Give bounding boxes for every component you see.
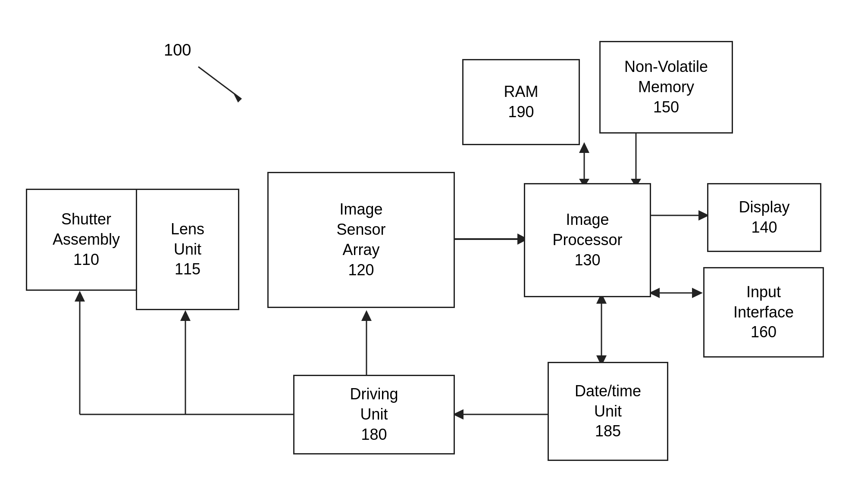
non-volatile-memory-label: Non-VolatileMemory150 — [624, 57, 708, 117]
svg-marker-13 — [579, 142, 589, 153]
ram-block: RAM190 — [462, 59, 580, 145]
driving-unit-block: DrivingUnit180 — [293, 375, 455, 454]
svg-marker-9 — [75, 291, 85, 302]
display-label: Display140 — [739, 197, 789, 238]
svg-marker-1 — [234, 94, 241, 103]
input-interface-block: InputInterface160 — [703, 267, 824, 358]
image-sensor-label: ImageSensorArray120 — [336, 199, 385, 280]
shutter-assembly-block: ShutterAssembly110 — [26, 189, 147, 291]
shutter-assembly-label: ShutterAssembly110 — [53, 209, 120, 270]
svg-marker-3 — [361, 310, 372, 321]
lens-unit-block: LensUnit115 — [136, 189, 239, 310]
image-processor-label: ImageProcessor130 — [552, 210, 622, 270]
svg-line-0 — [198, 67, 241, 99]
datetime-unit-block: Date/timeUnit185 — [548, 362, 668, 461]
label-100: 100 — [164, 41, 191, 59]
svg-marker-22 — [692, 288, 703, 298]
lens-unit-label: LensUnit115 — [171, 219, 204, 280]
datetime-unit-label: Date/timeUnit185 — [575, 381, 641, 442]
svg-marker-6 — [180, 310, 191, 321]
non-volatile-memory-block: Non-VolatileMemory150 — [599, 41, 733, 134]
ram-label: RAM190 — [504, 82, 539, 122]
diagram: 100 — [0, 0, 858, 504]
driving-unit-label: DrivingUnit180 — [350, 384, 398, 445]
display-block: Display140 — [707, 183, 821, 252]
image-sensor-block: ImageSensorArray120 — [267, 172, 455, 308]
input-interface-label: InputInterface160 — [733, 282, 794, 342]
image-processor-block: ImageProcessor130 — [524, 183, 651, 297]
